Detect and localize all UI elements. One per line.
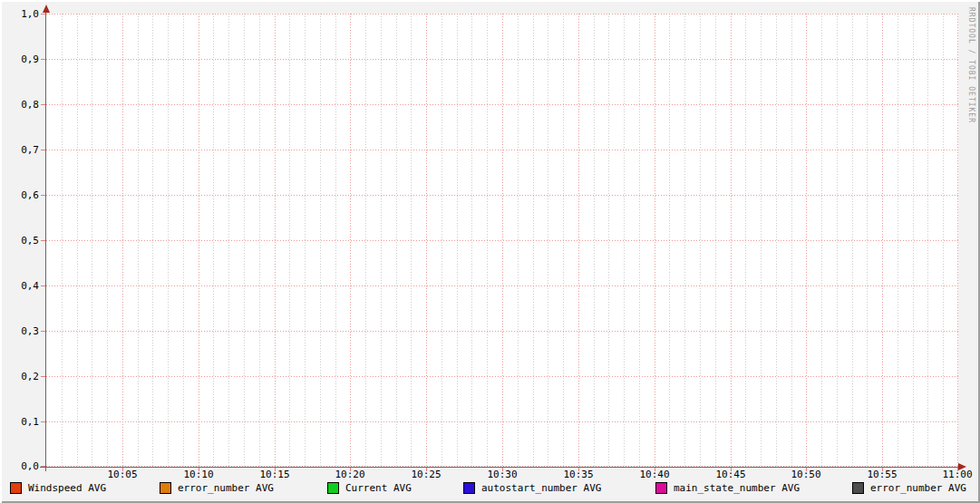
x-axis-major-tick bbox=[806, 468, 807, 471]
y-axis-tick-label: 0,5 bbox=[0, 235, 39, 247]
x-axis-major-tick bbox=[350, 468, 351, 471]
legend-swatch-icon bbox=[327, 482, 339, 494]
y-axis-major-tick bbox=[41, 14, 45, 15]
x-axis-major-tick bbox=[502, 468, 503, 471]
legend-label: autostart_number AVG bbox=[481, 482, 601, 494]
y-axis-major-tick bbox=[41, 331, 45, 332]
x-axis-line bbox=[40, 467, 960, 468]
rrdtool-watermark: RRDTOOL / TOBI OETIKER bbox=[967, 7, 975, 123]
y-axis-tick-label: 0,0 bbox=[0, 460, 39, 472]
y-axis-major-tick bbox=[41, 195, 45, 196]
y-axis-tick-label: 0,2 bbox=[0, 371, 39, 382]
y-axis-major-tick bbox=[41, 104, 45, 105]
legend-swatch-icon bbox=[160, 482, 171, 494]
gridline-major-horizontal bbox=[46, 240, 958, 241]
plot-area bbox=[46, 14, 958, 467]
legend-label: main_state_number AVG bbox=[674, 482, 800, 494]
y-axis-major-tick bbox=[41, 59, 45, 60]
legend-item: autostart_number AVG bbox=[463, 481, 601, 495]
gridline-major-horizontal bbox=[46, 59, 958, 60]
x-axis-major-tick bbox=[731, 468, 732, 471]
x-axis-major-tick bbox=[957, 468, 958, 471]
legend-label: Windspeed AVG bbox=[28, 482, 106, 494]
rrdtool-graph-frame: Windspeed AVGerror_number AVGCurrent AVG… bbox=[0, 0, 980, 503]
x-axis-major-tick bbox=[655, 468, 655, 471]
gridline-major-horizontal bbox=[46, 104, 958, 105]
x-axis-major-tick bbox=[882, 468, 883, 471]
y-axis-major-tick bbox=[41, 285, 45, 286]
gridline-major-horizontal bbox=[46, 195, 958, 196]
y-axis-tick-label: 1,0 bbox=[0, 8, 39, 20]
legend-swatch-icon bbox=[10, 482, 22, 494]
gridline-major-horizontal bbox=[46, 285, 958, 286]
x-axis-major-tick bbox=[578, 468, 579, 471]
gridline-major-horizontal bbox=[46, 376, 958, 377]
y-axis-major-tick bbox=[41, 466, 45, 467]
y-axis-tick-label: 0,4 bbox=[0, 280, 39, 292]
y-axis-major-tick bbox=[41, 240, 45, 241]
legend-label: error_number AVG bbox=[178, 482, 274, 494]
y-axis-tick-label: 0,8 bbox=[0, 99, 39, 111]
x-axis-major-tick bbox=[122, 468, 123, 471]
x-axis-major-tick bbox=[199, 468, 199, 471]
y-axis-tick-label: 0,9 bbox=[0, 53, 39, 65]
gridline-major-horizontal bbox=[46, 14, 958, 15]
y-axis-tick-label: 0,3 bbox=[0, 325, 39, 337]
y-axis-line bbox=[45, 12, 46, 471]
y-axis-tick-label: 0,1 bbox=[0, 416, 39, 428]
y-axis-major-tick bbox=[41, 150, 45, 150]
gridline-major-horizontal bbox=[46, 331, 958, 332]
legend-item: error_number AVG bbox=[160, 481, 274, 495]
legend-item: error_number AVG bbox=[852, 481, 966, 495]
legend-label: Current AVG bbox=[345, 482, 412, 494]
legend-item: Windspeed AVG bbox=[10, 481, 106, 495]
y-axis-tick-label: 0,6 bbox=[0, 189, 39, 201]
y-axis-arrow-icon bbox=[43, 5, 50, 13]
x-axis-major-tick bbox=[426, 468, 427, 471]
legend-swatch-icon bbox=[463, 482, 475, 494]
y-axis-major-tick bbox=[41, 421, 45, 422]
x-axis-major-tick bbox=[275, 468, 276, 471]
legend-swatch-icon bbox=[852, 482, 864, 494]
y-axis-major-tick bbox=[41, 376, 45, 377]
legend-label: error_number AVG bbox=[870, 482, 966, 494]
legend-item: Current AVG bbox=[327, 481, 412, 495]
gridline-major-horizontal bbox=[46, 421, 958, 422]
y-axis-tick-label: 0,7 bbox=[0, 144, 39, 156]
legend-swatch-icon bbox=[655, 482, 667, 494]
legend-item: main_state_number AVG bbox=[655, 481, 800, 495]
gridline-major-horizontal bbox=[46, 150, 958, 150]
